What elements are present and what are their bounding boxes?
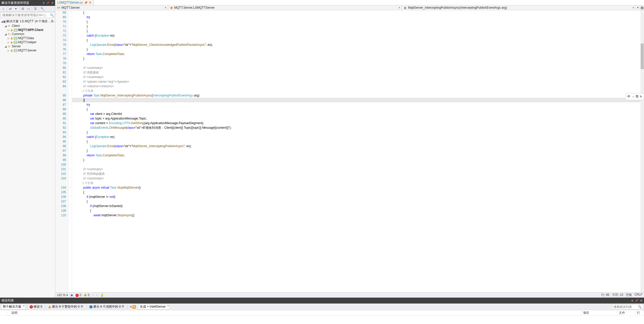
ime-arrow: → [631, 95, 635, 99]
indent-mode[interactable]: 空格 [626, 293, 632, 297]
error-search-input[interactable] [612, 305, 637, 309]
error-list-title-bar: 错误列表 ▾ 📌 ✕ [0, 298, 644, 304]
ime-indicator[interactable]: 中 → 简 ✎ [626, 93, 644, 100]
line-number-gutter: 6869707172737475767778798081828384858687… [55, 10, 68, 292]
zoom-dropdown[interactable]: 142 % ▾ [57, 293, 68, 297]
lock-icon: 🔒 [10, 49, 13, 52]
search-icon[interactable]: 🔍 [637, 305, 643, 309]
solution-explorer-search[interactable]: 🔍 [1, 12, 55, 18]
folder-client[interactable]: Client [12, 24, 54, 28]
chevron-right-icon[interactable]: ▷ [7, 41, 10, 44]
file-tab-label: LSMQTTServer.cs [57, 1, 83, 4]
error-list-title: 错误列表 [2, 298, 14, 303]
home-icon[interactable]: ⌂ [1, 6, 6, 11]
project-helper[interactable]: MQTT.Helper [18, 40, 54, 44]
error-search[interactable]: 🔍 [612, 304, 643, 309]
nav-member-dropdown[interactable]: ◧ MqttServer_InterceptingPublishAsync(In… [402, 5, 636, 10]
chevron-down-icon[interactable]: ◢ [4, 33, 7, 36]
nav-class-dropdown[interactable]: 🔶 MQTT.Server.LSMQTTServer ▾ [168, 5, 402, 10]
chevron-down-icon[interactable]: ◢ [4, 45, 7, 48]
nav-down-icon[interactable]: ↓ [96, 293, 98, 297]
lock-icon: 🔒 [10, 29, 13, 31]
error-list-panel: 错误列表 ▾ 📌 ✕ 整个解决方案 ✕ 错误 0 展示 9 个警告中的 0 个 … [0, 297, 644, 324]
error-list-toolbar: 整个解决方案 ✕ 错误 0 展示 9 个警告中的 0 个 i 展示 4 个消息中… [0, 304, 644, 310]
ime-lang: 中 [627, 94, 630, 99]
solution-tree[interactable]: ◢ ▣ 解决方案 'LS.MQTT' (4 个项目，共 4 个) ◢ 🗀 Cli… [0, 18, 55, 297]
folder-icon: 🗀 [7, 24, 11, 28]
col-line[interactable]: 行 [635, 310, 644, 316]
properties-icon[interactable]: ☱ [33, 6, 38, 11]
chevron-down-icon[interactable]: ◢ [1, 20, 3, 23]
project-data[interactable]: MQTT.Data [18, 36, 54, 40]
fold-gutter[interactable]: ˅˅˅˅˅˅˅˅˅˅ [68, 10, 72, 292]
lock-icon: 🔒 [10, 41, 13, 44]
file-tab-bar: LSMQTTServer.cs 📌 ✕ [55, 0, 644, 5]
messages-filter-button[interactable]: i 展示 4 个消息中的 0 个 [88, 304, 127, 309]
clear-filter-icon[interactable]: ✕🔽 [129, 305, 137, 309]
ime-mode: 简 [636, 94, 639, 99]
nav-up-icon[interactable]: ↑ [92, 293, 94, 297]
solution-search-input[interactable] [1, 13, 49, 18]
chevron-right-icon[interactable]: ▷ [7, 37, 10, 40]
dropdown-icon[interactable]: ▾ [631, 299, 633, 303]
folder-icon: 🗀 [7, 32, 11, 36]
chevron-right-icon[interactable]: ▷ [7, 29, 10, 31]
solution-explorer-title: 解决方案资源管理器 [2, 1, 29, 5]
close-icon[interactable]: ✕ [89, 1, 91, 4]
col-description[interactable]: 说明 [7, 310, 581, 316]
solution-explorer-title-bar: 解决方案资源管理器 ▾ 📌 ✕ [0, 0, 55, 6]
project-wpf-client[interactable]: MQTT.WPF.Client [18, 28, 54, 32]
folder-icon: 🗀 [7, 45, 11, 48]
split-icon[interactable]: ▤ [640, 5, 644, 10]
csharp-icon [14, 40, 18, 44]
navigation-bar: C# MQTT.Server ▾ 🔶 MQTT.Server.LSMQTTSer… [55, 5, 644, 10]
class-icon: 🔶 [170, 6, 173, 9]
pin-icon[interactable]: 📌 [46, 1, 50, 5]
build-scope-dropdown[interactable]: 生成 + IntelliSense [138, 304, 170, 309]
code-content[interactable]: { try { } } catch (Exception ex) { LogOp… [72, 10, 644, 292]
chevron-down-icon: ▾ [633, 6, 634, 9]
editor-panel: LSMQTTServer.cs 📌 ✕ C# MQTT.Server ▾ 🔶 M… [55, 0, 644, 297]
col-project[interactable]: 项目 [581, 310, 617, 316]
close-icon[interactable]: ✕ [51, 1, 54, 5]
search-icon[interactable]: 🔍 [49, 13, 54, 18]
warning-count[interactable]: 5 [84, 293, 89, 297]
chevron-down-icon[interactable]: ◢ [4, 25, 7, 27]
lightbulb-icon[interactable]: 💡 [100, 293, 104, 297]
dropdown-icon[interactable]: ▾ [14, 6, 18, 11]
nav-member-label: MqttServer_InterceptingPublishAsync(Inte… [408, 6, 633, 9]
file-tab[interactable]: LSMQTTServer.cs 📌 ✕ [55, 0, 94, 5]
lock-icon: 🔒 [10, 37, 13, 39]
pin-icon[interactable]: 📌 [84, 1, 87, 4]
col-file[interactable]: 文件 [617, 310, 635, 316]
warnings-filter-button[interactable]: 展示 9 个警告中的 0 个 [46, 304, 85, 309]
add-button[interactable]: + [636, 5, 640, 10]
chevron-right-icon[interactable]: ▷ [7, 49, 10, 52]
error-list-body[interactable] [0, 316, 644, 324]
folder-server[interactable]: Server [12, 45, 54, 48]
code-editor[interactable]: 6869707172737475767778798081828384858687… [55, 10, 644, 292]
col-icon[interactable] [0, 310, 7, 316]
nav-project-dropdown[interactable]: C# MQTT.Server ▾ [55, 5, 168, 10]
errors-filter-button[interactable]: ✕ 错误 0 [28, 304, 44, 309]
line-ending[interactable]: CRLF [635, 293, 642, 297]
solution-explorer-toolbar: ⌂ ⇄ ▾ ⊟ ▭ ☱ 🔧 [0, 6, 55, 12]
show-all-icon[interactable]: ▭ [26, 6, 31, 11]
error-count[interactable]: ✕ 0 [76, 293, 81, 297]
no-issues-icon[interactable]: ◉ [70, 293, 73, 297]
collapse-icon[interactable]: ⊟ [20, 6, 25, 11]
scrollbar-thumb[interactable] [641, 44, 644, 69]
vertical-scrollbar[interactable] [640, 10, 644, 292]
close-icon[interactable]: ✕ [640, 299, 642, 303]
pin-icon[interactable]: 📌 [635, 299, 638, 303]
switch-views-icon[interactable]: ⇄ [8, 6, 13, 11]
solution-node[interactable]: 解决方案 'LS.MQTT' (4 个项目，共 4 个) [6, 19, 55, 24]
wrench-icon[interactable]: 🔧 [40, 6, 45, 11]
dropdown-icon[interactable]: ▾ [43, 1, 45, 5]
folder-common[interactable]: Common [12, 32, 54, 36]
csharp-icon [14, 28, 18, 32]
solution-icon: ▣ [3, 20, 6, 23]
nav-project-label: MQTT.Server [61, 6, 165, 9]
scope-dropdown[interactable]: 整个解决方案 [1, 304, 26, 309]
project-server[interactable]: MQTT.Server [18, 49, 54, 52]
